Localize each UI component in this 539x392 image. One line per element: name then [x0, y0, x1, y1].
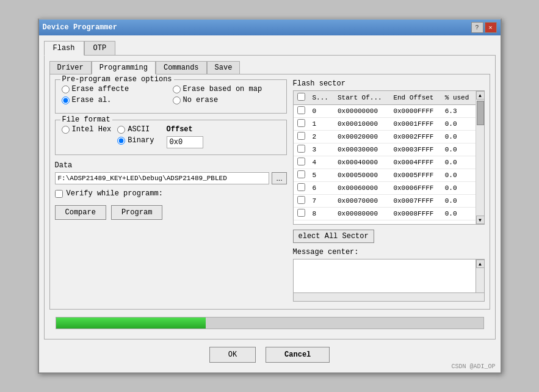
cell-used: 0.0 — [441, 195, 476, 208]
row-checkbox[interactable] — [297, 106, 305, 114]
erase-all-label: Erase al. — [72, 96, 112, 104]
titlebar: Device Programmer ? ✕ — [39, 20, 501, 35]
verify-row: Verify while programm: — [55, 189, 287, 198]
table-scrollbar[interactable]: ▲ ▼ — [476, 91, 484, 224]
tab-save[interactable]: Save — [207, 61, 241, 74]
erase-row-1: Erase affecte Erase based on map — [62, 85, 280, 93]
cancel-button[interactable]: Cancel — [266, 347, 330, 363]
no-erase-radio[interactable] — [173, 96, 181, 104]
binary-label: Binary — [128, 136, 154, 145]
cell-used: 0.0 — [441, 156, 476, 169]
row-checkbox[interactable] — [297, 209, 305, 217]
scroll-thumb[interactable] — [477, 101, 484, 125]
message-center-label: Message center: — [293, 248, 485, 256]
tab-driver[interactable]: Driver — [49, 61, 92, 74]
sector-table-container: S... Start Of... End Offset % used 0 0x0… — [293, 90, 485, 225]
flash-sector-title: Flash sector — [293, 79, 485, 88]
scroll-up-arrow[interactable]: ▲ — [476, 91, 485, 100]
cell-used: 0.0 — [441, 118, 476, 131]
erase-based-label: Erase based on map — [183, 85, 262, 93]
intel-hex-radio[interactable] — [62, 126, 70, 134]
file-format-group: File format Intel Hex — [55, 120, 287, 155]
intel-hex-option[interactable]: Intel Hex — [62, 125, 112, 134]
inner-content: Pre-program erase options Erase affecte … — [49, 74, 490, 310]
msg-scroll-up[interactable]: ▲ — [476, 260, 485, 268]
table-row: 3 0x00030000 0x0003FFFF 0.0 — [294, 143, 476, 156]
cell-sector: 7 — [309, 195, 334, 208]
ascii-radio[interactable] — [117, 126, 125, 134]
tab-programming[interactable]: Programming — [92, 61, 156, 74]
intel-hex-label: Intel Hex — [72, 125, 112, 134]
cell-end: 0x0006FFFF — [389, 182, 441, 195]
progress-track — [56, 317, 484, 329]
erase-all-option[interactable]: Erase al. — [62, 96, 169, 104]
no-erase-option[interactable]: No erase — [173, 96, 280, 104]
cell-end: 0x0001FFFF — [389, 118, 441, 131]
cell-end: 0x0007FFFF — [389, 195, 441, 208]
tab-flash[interactable]: Flash — [44, 41, 84, 56]
binary-radio[interactable] — [117, 137, 125, 145]
cell-used: 0.0 — [441, 208, 476, 220]
row-checkbox[interactable] — [297, 158, 305, 165]
cell-start: 0x00020000 — [334, 131, 389, 143]
erase-affecte-radio[interactable] — [62, 85, 70, 93]
select-all-checkbox[interactable] — [297, 93, 305, 101]
progress-container — [49, 312, 490, 334]
row-checkbox[interactable] — [297, 183, 305, 191]
erase-based-option[interactable]: Erase based on map — [173, 85, 280, 93]
ok-button[interactable]: OK — [209, 347, 256, 363]
data-row: ... — [55, 172, 287, 184]
cell-sector: 2 — [309, 131, 334, 143]
browse-button[interactable]: ... — [272, 172, 286, 184]
window-title: Device Programmer — [43, 23, 117, 32]
ascii-option[interactable]: ASCII — [117, 125, 154, 134]
data-path-input[interactable] — [55, 172, 270, 184]
compare-button[interactable]: Compare — [55, 205, 106, 220]
cell-end: 0x0005FFFF — [389, 169, 441, 182]
binary-option[interactable]: Binary — [117, 136, 154, 145]
row-checkbox[interactable] — [297, 119, 305, 127]
data-label: Data — [55, 161, 287, 170]
titlebar-buttons: ? ✕ — [471, 22, 497, 33]
cell-start: 0x00000000 — [334, 105, 389, 118]
table-header-row: S... Start Of... End Offset % used — [294, 91, 476, 105]
col-used: % used — [441, 91, 476, 105]
erase-row-2: Erase al. No erase — [62, 96, 280, 104]
row-checkbox[interactable] — [297, 145, 305, 153]
program-button[interactable]: Program — [111, 205, 162, 220]
erase-affecte-option[interactable]: Erase affecte — [62, 85, 169, 93]
verify-checkbox[interactable] — [55, 190, 63, 198]
no-erase-label: No erase — [183, 96, 219, 104]
col-end: End Offset — [389, 91, 441, 105]
col-start: Start Of... — [334, 91, 389, 105]
cell-sector: 1 — [309, 118, 334, 131]
select-all-sector-button[interactable]: elect All Sector — [293, 230, 374, 243]
cell-used: 0.0 — [441, 131, 476, 143]
erase-based-radio[interactable] — [173, 85, 181, 93]
cell-start: 0x00060000 — [334, 182, 389, 195]
cell-start: 0x00010000 — [334, 118, 389, 131]
main-tabs: Flash OTP — [44, 40, 496, 55]
row-checkbox[interactable] — [297, 132, 305, 140]
cell-start: 0x00050000 — [334, 169, 389, 182]
close-button[interactable]: ✕ — [485, 22, 497, 33]
help-button[interactable]: ? — [471, 22, 483, 33]
row-checkbox[interactable] — [297, 170, 305, 178]
sector-table-scroll[interactable]: S... Start Of... End Offset % used 0 0x0… — [294, 91, 476, 224]
main-window: Device Programmer ? ✕ Flash OTP Driver P… — [38, 18, 502, 374]
offset-input[interactable] — [167, 136, 203, 148]
cell-end: 0x0004FFFF — [389, 156, 441, 169]
tab-commands[interactable]: Commands — [156, 61, 207, 74]
row-checkbox[interactable] — [297, 196, 305, 204]
watermark: CSDN @ADI_OP — [451, 363, 495, 370]
offset-section: Offset — [167, 125, 203, 148]
offset-label: Offset — [167, 125, 203, 134]
message-scrollbar-h[interactable] — [294, 292, 484, 301]
scroll-down-arrow[interactable]: ▼ — [476, 216, 485, 224]
cell-sector: 3 — [309, 143, 334, 156]
cell-start: 0x00070000 — [334, 195, 389, 208]
pre-program-title: Pre-program erase options — [60, 75, 174, 84]
left-panel: Pre-program erase options Erase affecte … — [55, 79, 287, 304]
erase-all-radio[interactable] — [62, 96, 70, 104]
tab-otp[interactable]: OTP — [84, 41, 116, 56]
